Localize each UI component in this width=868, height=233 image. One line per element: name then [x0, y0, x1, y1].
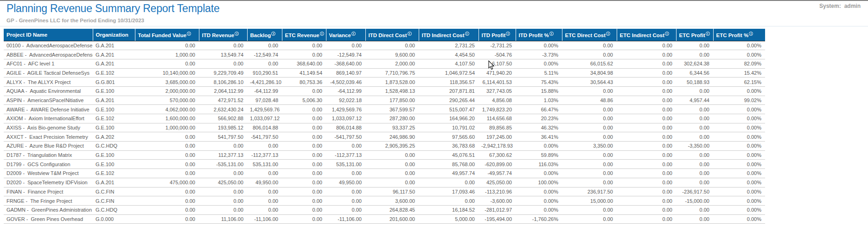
value-cell: 0.00 [247, 142, 282, 151]
column-header-project-id-name[interactable]: Project ID Name [4, 29, 93, 41]
value-cell: 0.00 [135, 205, 199, 214]
info-icon[interactable]: i [606, 32, 610, 36]
column-header-itd-profit[interactable]: ITD Profiti [479, 29, 516, 41]
value-cell: 0.00 [365, 41, 419, 50]
column-header-label: ETC Direct Cost [565, 32, 606, 38]
info-icon[interactable]: i [320, 32, 324, 36]
column-header-etc-profit-[interactable]: ETC Profit %i [713, 29, 765, 41]
column-header-total-funded-value[interactable]: Total Funded Valuei [135, 29, 199, 41]
value-cell: 99.02% [713, 96, 765, 105]
info-icon[interactable]: i [665, 32, 669, 36]
value-cell: 0.00 [282, 160, 326, 169]
info-icon[interactable]: i [706, 32, 710, 36]
value-cell: 0.00 [617, 187, 676, 196]
value-cell: 0.00 [326, 41, 365, 50]
value-cell: 0.00% [713, 150, 765, 160]
info-icon[interactable]: i [351, 32, 356, 36]
value-cell: 0.00 [617, 196, 676, 206]
column-header-itd-profit-[interactable]: ITD Profit %i [516, 29, 562, 41]
column-header-etc-direct-cost[interactable]: ETC Direct Costi [562, 29, 617, 41]
column-header-label: ETC Profit [679, 32, 705, 38]
value-cell: 910,290.51 [247, 68, 282, 78]
value-cell: -504.76 [479, 50, 516, 59]
column-header-etc-profit[interactable]: ETC Profiti [676, 29, 713, 41]
value-cell: 0.00 [676, 41, 713, 50]
organization-cell: G.E.102 [93, 114, 135, 123]
table-header: Project ID NameOrganizationTotal Funded … [4, 29, 765, 41]
column-header-etc-revenue[interactable]: ETC Revenuei [282, 29, 326, 41]
value-cell: 201,600.00 [365, 214, 419, 224]
value-cell: 0.00 [135, 160, 199, 169]
column-header-itd-revenue[interactable]: ITD Revenuei [199, 29, 247, 41]
value-cell: 0.00 [199, 142, 247, 151]
column-header-backlog[interactable]: Backlogi [247, 29, 282, 41]
value-cell: 236,917.50 [562, 187, 617, 196]
value-cell: 0.00% [713, 214, 765, 224]
organization-cell: G.0.000 [93, 214, 135, 224]
value-cell: 0.00 [247, 41, 282, 50]
value-cell: 0.00 [282, 196, 326, 206]
info-icon[interactable]: i [465, 32, 469, 36]
value-cell: 0.00 [676, 178, 713, 187]
organization-cell: G.E.100 [93, 150, 135, 160]
info-icon[interactable]: i [549, 32, 554, 36]
value-cell: 0.00 [199, 169, 247, 178]
value-cell: 2,632,430.24 [199, 105, 247, 114]
value-cell: 66.47% [516, 105, 562, 114]
column-header-itd-indirect-cost[interactable]: ITD Indirect Costi [419, 29, 479, 41]
column-header-organization[interactable]: Organization [93, 29, 135, 41]
info-icon[interactable]: i [506, 32, 510, 36]
value-cell: 0.00% [516, 196, 562, 206]
column-header-variance[interactable]: Variancei [326, 29, 365, 41]
value-cell: 0.00 [617, 59, 676, 68]
column-header-label: ETC Profit % [716, 32, 749, 38]
value-cell: 0.00 [419, 196, 479, 206]
column-header-label: ETC Indirect Cost [620, 32, 664, 38]
column-header-label: ITD Indirect Cost [422, 32, 465, 38]
value-cell: 0.00 [135, 150, 199, 160]
column-header-etc-indirect-cost[interactable]: ETC Indirect Costi [617, 29, 676, 41]
value-cell: 0.00 [326, 142, 365, 151]
value-cell: 472,971.52 [199, 96, 247, 105]
value-cell: 97,028.48 [247, 96, 282, 105]
value-cell: 0.00 [676, 114, 713, 123]
organization-cell: G.C.HDQ [93, 205, 135, 214]
table-row: GOVER - Green Pines OverheadG.0.0000.001… [4, 214, 765, 224]
value-cell: 0.00% [713, 41, 765, 50]
value-cell: 0.00 [282, 214, 326, 224]
value-cell: 0.00 [365, 150, 419, 160]
value-cell: 0.00% [516, 59, 562, 68]
value-cell: 0.00 [617, 169, 676, 178]
column-header-label: ITD Direct Cost [369, 32, 407, 38]
column-header-itd-direct-cost[interactable]: ITD Direct Costi [365, 29, 419, 41]
info-icon[interactable]: i [235, 32, 239, 36]
info-icon[interactable]: i [749, 32, 753, 36]
value-cell: 0.00 [562, 150, 617, 160]
info-icon[interactable]: i [271, 32, 275, 36]
value-cell: 0.00% [713, 205, 765, 214]
project-id-name-cell: ALLYX - The ALLYX Project [4, 78, 93, 87]
value-cell: 0.00 [562, 50, 617, 59]
value-cell: -3,600.00 [479, 196, 516, 206]
value-cell: 0.00 [135, 59, 199, 68]
value-cell: 0.00 [199, 205, 247, 214]
info-icon[interactable]: i [187, 32, 191, 36]
value-cell: 0.00 [282, 41, 326, 50]
project-id-name-cell: GOVER - Green Pines Overhead [4, 214, 93, 224]
organization-cell: G.A.201 [93, 41, 135, 50]
table-row: FINAN - Finance ProjectG.C.FIN0.000.000.… [4, 187, 765, 196]
column-header-label: Total Funded Value [138, 32, 187, 38]
value-cell: 0.00 [562, 86, 617, 96]
value-cell: 0.00 [365, 178, 419, 187]
value-cell: 2,064,112.99 [199, 86, 247, 96]
value-cell: 30,564.43 [562, 78, 617, 87]
report-table: Project ID NameOrganizationTotal Funded … [4, 29, 765, 224]
value-cell: 6,344.56 [676, 68, 713, 78]
value-cell: -64,112.99 [247, 86, 282, 96]
table-row: D1787 - Triangulation MatrixG.E.1000.001… [4, 150, 765, 160]
window-top-border [0, 0, 868, 1]
info-icon[interactable]: i [408, 32, 412, 36]
value-cell: 0.00% [713, 50, 765, 59]
value-cell: 0.00 [562, 114, 617, 123]
value-cell: 0.00 [617, 142, 676, 151]
